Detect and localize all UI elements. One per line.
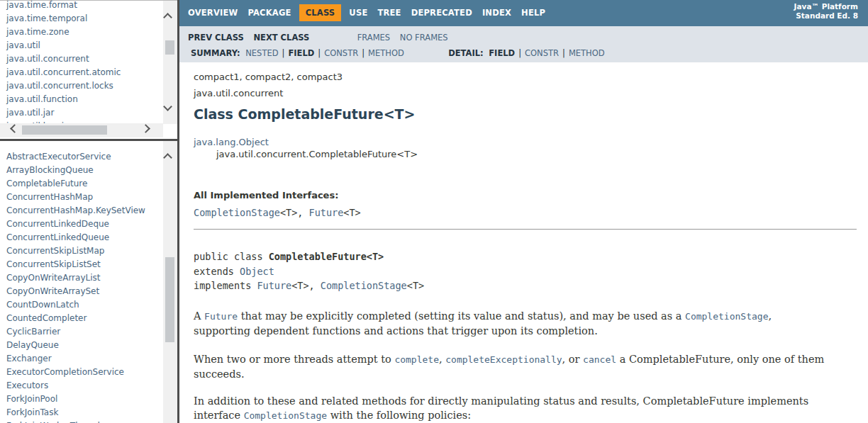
scroll-down-icon[interactable] (165, 103, 174, 113)
class-link[interactable]: DelayQueue (6, 340, 59, 350)
separator: | (518, 48, 521, 58)
class-link[interactable]: CompletableFuture (6, 179, 87, 188)
completeexceptionally-method-link[interactable]: completeExceptionally (445, 354, 562, 365)
completionstage-link[interactable]: CompletionStage (685, 311, 768, 322)
top-navigation-bar: OVERVIEW PACKAGE CLASS USE TREE DEPRECAT… (179, 0, 868, 26)
package-name: java.util.concurrent (194, 88, 868, 99)
scroll-left-icon[interactable] (9, 125, 18, 135)
completionstage-link[interactable]: CompletionStage (321, 280, 407, 291)
java-lang-object-link[interactable]: java.lang.Object (194, 137, 269, 147)
implemented-interfaces-label: All Implemented Interfaces: (194, 190, 868, 201)
list-item: java.util (6, 39, 177, 52)
summary-label: SUMMARY: (191, 48, 240, 58)
package-link[interactable]: java.util.jar (6, 108, 54, 118)
sub-navigation-bar: PREV CLASS NEXT CLASS FRAMES NO FRAMES S… (179, 26, 868, 62)
package-link[interactable]: java.util.concurrent (6, 54, 89, 64)
class-link[interactable]: ConcurrentLinkedDeque (6, 219, 109, 229)
vertical-scrollbar-thumb[interactable] (165, 40, 174, 55)
class-link[interactable]: ForkJoinPool (6, 394, 57, 404)
nav-item-overview[interactable]: OVERVIEW (183, 4, 243, 21)
class-link[interactable]: ConcurrentHashMap (6, 192, 93, 202)
vertical-scrollbar-thumb[interactable] (165, 257, 174, 342)
completionstage-link[interactable]: CompletionStage (244, 410, 327, 421)
summary-constr-link[interactable]: CONSTR (324, 48, 358, 58)
cancel-method-link[interactable]: cancel (583, 354, 616, 365)
list-item: CopyOnWriteArraySet (6, 285, 177, 298)
top-nav-list: OVERVIEW PACKAGE CLASS USE TREE DEPRECAT… (179, 0, 868, 21)
class-link[interactable]: ForkJoinTask (6, 407, 58, 417)
future-link[interactable]: Future (257, 280, 291, 291)
future-link[interactable]: Future (309, 207, 344, 218)
type-param-text: <T>, (280, 207, 309, 218)
object-link[interactable]: Object (240, 266, 274, 277)
list-item: ExecutorCompletionService (6, 366, 177, 379)
class-link[interactable]: ConcurrentLinkedQueue (6, 232, 109, 242)
no-frames-link[interactable]: NO FRAMES (400, 33, 448, 43)
summary-method-link[interactable]: METHOD (368, 48, 404, 58)
list-item: ConcurrentHashMap.KeySetView (6, 204, 177, 218)
class-link[interactable]: ConcurrentHashMap.KeySetView (6, 205, 145, 215)
nav-item-package[interactable]: PACKAGE (243, 4, 296, 21)
scroll-up-icon[interactable] (165, 152, 174, 162)
class-link[interactable]: ConcurrentSkipListSet (6, 259, 101, 269)
class-link[interactable]: ConcurrentSkipListMap (6, 246, 104, 256)
description-text: with the following policies: (327, 410, 471, 421)
package-link[interactable]: java.time.zone (6, 27, 69, 37)
completionstage-link[interactable]: CompletionStage (194, 207, 280, 218)
summary-nested-link[interactable]: NESTED (245, 48, 278, 58)
class-link[interactable]: Exchanger (6, 354, 52, 363)
implemented-interfaces-list: CompletionStage<T>, Future<T> (194, 207, 868, 218)
scroll-up-icon[interactable] (165, 12, 174, 21)
list-item: AbstractExecutorService (6, 150, 177, 164)
class-list: AbstractExecutorService ArrayBlockingQue… (0, 141, 177, 423)
nav-item-tree[interactable]: TREE (372, 4, 406, 21)
detail-method-link[interactable]: METHOD (569, 48, 605, 58)
nav-item-help[interactable]: HELP (516, 4, 550, 21)
scroll-right-icon[interactable] (143, 125, 152, 135)
nav-item-use[interactable]: USE (344, 4, 372, 21)
class-link[interactable]: ArrayBlockingQueue (6, 165, 94, 175)
package-link[interactable]: java.util.concurrent.atomic (6, 67, 121, 77)
class-link[interactable]: AbstractExecutorService (6, 152, 111, 162)
class-detail-frame: compact1, compact2, compact3 java.util.c… (179, 62, 868, 423)
class-link[interactable]: ExecutorCompletionService (6, 367, 124, 377)
inheritance-parent: java.lang.Object (194, 136, 868, 148)
class-link[interactable]: CopyOnWriteArraySet (6, 286, 99, 296)
frames-link[interactable]: FRAMES (357, 33, 391, 43)
class-link[interactable]: CountedCompleter (6, 313, 87, 323)
brand-line-2: Standard Ed. 8 (794, 11, 858, 21)
detail-constr-link[interactable]: CONSTR (525, 48, 559, 58)
class-description-paragraph: A Future that may be explicitly complete… (194, 309, 825, 338)
detail-label: DETAIL: (448, 48, 483, 58)
list-item: CompletableFuture (6, 177, 177, 191)
package-link[interactable]: java.time.format (6, 0, 77, 10)
declaration-text: <T> (407, 280, 424, 291)
section-divider (194, 229, 857, 230)
list-item: ArrayBlockingQueue (6, 164, 177, 177)
class-link[interactable]: CopyOnWriteArrayList (6, 273, 100, 283)
package-link[interactable]: java.util (6, 40, 40, 50)
package-link[interactable]: java.time.temporal (6, 13, 87, 23)
separator: | (282, 48, 285, 58)
horizontal-scrollbar-thumb[interactable] (22, 125, 107, 135)
class-link[interactable]: CountDownLatch (6, 300, 79, 310)
list-item: CountedCompleter (6, 312, 177, 325)
complete-method-link[interactable]: complete (394, 354, 439, 365)
list-item: ForkJoinTask (6, 406, 177, 419)
class-declaration: public class CompletableFuture<T> extend… (194, 249, 868, 293)
future-link[interactable]: Future (204, 311, 238, 322)
class-link[interactable]: Executors (6, 380, 48, 390)
nav-item-index[interactable]: INDEX (477, 4, 516, 21)
description-text: , (439, 354, 445, 365)
declaration-line: implements Future<T>, CompletionStage<T> (194, 278, 868, 293)
list-item: java.util.concurrent.locks (6, 79, 177, 93)
package-link[interactable]: java.util.function (6, 94, 78, 104)
package-link[interactable]: java.util.concurrent.locks (6, 81, 113, 91)
class-link[interactable]: CyclicBarrier (6, 327, 60, 337)
nav-item-deprecated[interactable]: DEPRECATED (406, 4, 477, 21)
frame-divider-horizontal[interactable] (0, 139, 177, 141)
description-text: When two or more threads attempt to (194, 354, 394, 365)
list-item: java.util.function (6, 93, 177, 106)
inheritance-self: java.util.concurrent.CompletableFuture<T… (194, 148, 868, 160)
nav-item-class[interactable]: CLASS (299, 4, 342, 21)
